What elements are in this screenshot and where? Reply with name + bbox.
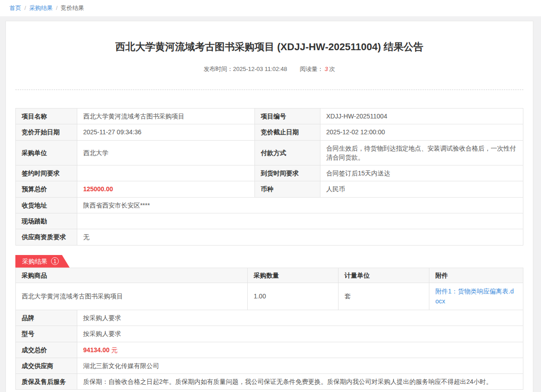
publish-meta: 发布时间：2025-12-03 11:02:48阅读量：3次 xyxy=(15,65,523,73)
breadcrumb-purchase-results-link[interactable]: 采购结果 xyxy=(29,5,53,11)
warranty-service-value: 质保期：自验收合格之日起2年。质保期内如有质量问题，我公司保证无条件免费更换。质… xyxy=(77,374,523,390)
breadcrumb-separator: / xyxy=(56,5,58,11)
views-label: 阅读量： xyxy=(300,66,323,72)
column-product: 采购商品 xyxy=(16,268,248,283)
table-row: 现场踏勘 xyxy=(16,213,523,229)
project-name-value: 西北大学黄河流域考古图书采购项目 xyxy=(77,109,254,124)
table-row: 成交总价 94134.00 元 xyxy=(16,342,523,358)
table-row: 采购单位 西北大学 付款方式 合同生效后，待货物到达指定地点、安装调试验收合格后… xyxy=(16,140,523,165)
breadcrumb: 首页/采购结果/竞价结果 xyxy=(0,0,541,16)
site-survey-value xyxy=(77,213,523,229)
payment-method-label: 付款方式 xyxy=(254,140,320,165)
views-count: 3 xyxy=(325,66,328,72)
table-row: 品牌 按采购人要求 xyxy=(16,310,523,326)
deal-price-value: 94134.00 元 xyxy=(77,342,523,358)
table-row: 竞价开始日期 2025-11-27 09:34:36 竞价截止日期 2025-1… xyxy=(16,124,523,140)
supplier-qualification-label: 供应商资质要求 xyxy=(16,229,77,245)
table-row: 收货地址 陕西省西安市长安区**** xyxy=(16,197,523,213)
warranty-service-label: 质保及售后服务 xyxy=(16,374,77,390)
brand-value: 按采购人要求 xyxy=(77,310,523,326)
deal-price-label: 成交总价 xyxy=(16,342,77,358)
result-count-badge: 1 xyxy=(51,257,59,265)
table-header-row: 采购商品 采购数量 计量单位 附件 xyxy=(16,268,523,283)
bid-start-label: 竞价开始日期 xyxy=(16,124,77,140)
deal-price-amount: 94134.00 xyxy=(83,346,109,354)
table-row: 型号 按采购人要求 xyxy=(16,326,523,342)
winning-supplier-label: 成交供应商 xyxy=(16,358,77,373)
page-title: 西北大学黄河流域考古图书采购项目 (XDJJ-HW-202511004) 结果公… xyxy=(15,40,523,54)
bid-end-value: 2025-12-02 12:00:00 xyxy=(320,124,523,140)
supplier-qualification-value: 无 xyxy=(77,229,523,245)
product-unit-value: 套 xyxy=(339,283,429,310)
delivery-address-value: 陕西省西安市长安区**** xyxy=(77,197,523,213)
winning-supplier-value: 湖北三新文化传媒有限公司 xyxy=(77,358,523,373)
table-row: 质保及售后服务 质保期：自验收合格之日起2年。质保期内如有质量问题，我公司保证无… xyxy=(16,374,523,390)
table-row: 预算总价 125000.00 币种 人民币 xyxy=(16,181,523,197)
product-quantity-value: 1.00 xyxy=(248,283,339,310)
publish-time-value: 2025-12-03 11:02:48 xyxy=(233,66,287,72)
project-number-value: XDJJ-HW-202511004 xyxy=(320,109,523,124)
table-row: 项目名称 西北大学黄河流域考古图书采购项目 项目编号 XDJJ-HW-20251… xyxy=(16,109,523,124)
column-quantity: 采购数量 xyxy=(248,268,339,283)
delivery-time-label: 到货时间要求 xyxy=(254,165,320,181)
breadcrumb-home-link[interactable]: 首页 xyxy=(9,5,21,11)
publish-time-label: 发布时间： xyxy=(204,66,233,72)
bid-start-value: 2025-11-27 09:34:36 xyxy=(77,124,254,140)
delivery-address-label: 收货地址 xyxy=(16,197,77,213)
breadcrumb-current-page: 竞价结果 xyxy=(61,5,84,11)
project-name-label: 项目名称 xyxy=(16,109,77,124)
purchaser-label: 采购单位 xyxy=(16,140,77,165)
brand-label: 品牌 xyxy=(16,310,77,326)
model-label: 型号 xyxy=(16,326,77,342)
signing-time-label: 签约时间要求 xyxy=(16,165,77,181)
payment-method-value: 合同生效后，待货物到达指定地点、安装调试验收合格后，一次性付清合同货款。 xyxy=(320,140,523,165)
dashed-divider xyxy=(15,90,523,90)
model-value: 按采购人要求 xyxy=(77,326,523,342)
budget-total-value: 125000.00 xyxy=(77,181,254,197)
budget-total-label: 预算总价 xyxy=(16,181,77,197)
purchase-result-table: 采购商品 采购数量 计量单位 附件 西北大学黄河流域考古图书采购项目 1.00 … xyxy=(15,268,523,390)
views-unit: 次 xyxy=(329,66,335,72)
table-row: 西北大学黄河流域考古图书采购项目 1.00 套 附件1：货物类响应偏离表.doc… xyxy=(16,283,523,310)
product-name-value: 西北大学黄河流域考古图书采购项目 xyxy=(16,283,248,310)
project-number-label: 项目编号 xyxy=(254,109,320,124)
project-info-table: 项目名称 西北大学黄河流域考古图书采购项目 项目编号 XDJJ-HW-20251… xyxy=(15,108,523,246)
purchase-result-badge-label: 采购结果 xyxy=(22,258,47,265)
site-survey-label: 现场踏勘 xyxy=(16,213,77,229)
table-row: 成交供应商 湖北三新文化传媒有限公司 xyxy=(16,358,523,373)
currency-label: 币种 xyxy=(254,181,320,197)
column-unit: 计量单位 xyxy=(339,268,429,283)
purchase-result-badge: 采购结果1 xyxy=(15,255,70,268)
currency-value: 人民币 xyxy=(320,181,523,197)
bid-end-label: 竞价截止日期 xyxy=(254,124,320,140)
deal-price-unit: 元 xyxy=(111,346,118,354)
breadcrumb-separator: / xyxy=(24,5,26,11)
attachment-link[interactable]: 附件1：货物类响应偏离表.docx xyxy=(435,286,517,307)
column-attachment: 附件 xyxy=(429,268,523,283)
table-row: 供应商资质要求 无 xyxy=(16,229,523,245)
table-row: 签约时间要求 到货时间要求 合同签订后15天内送达 xyxy=(16,165,523,181)
signing-time-value xyxy=(77,165,254,181)
purchaser-value: 西北大学 xyxy=(77,140,254,165)
announcement-card: 西北大学黄河流域考古图书采购项目 (XDJJ-HW-202511004) 结果公… xyxy=(5,21,533,392)
delivery-time-value: 合同签订后15天内送达 xyxy=(320,165,523,181)
